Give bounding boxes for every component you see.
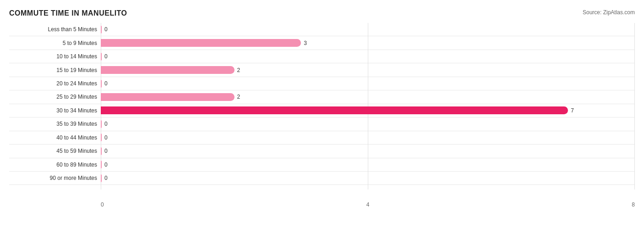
chart-source: Source: ZipAtlas.com [583, 9, 635, 16]
bar-label: 10 to 14 Minutes [9, 53, 101, 60]
bar-row: 10 to 14 Minutes0 [9, 50, 635, 63]
bar-value-label: 7 [571, 107, 574, 114]
bar-label: 60 to 89 Minutes [9, 162, 101, 168]
bar-row: 40 to 44 Minutes0 [9, 131, 635, 145]
axis-label: 4 [366, 201, 370, 208]
chart-body: Less than 5 Minutes05 to 9 Minutes310 to… [9, 23, 635, 208]
bar-row: Less than 5 Minutes0 [9, 23, 635, 36]
bar-fill [101, 174, 102, 182]
bar-track: 0 [101, 172, 635, 184]
bar-label: 25 to 29 Minutes [9, 94, 101, 100]
bar-track: 7 [101, 104, 635, 117]
bar-value-label: 0 [104, 134, 108, 141]
chart-title: COMMUTE TIME IN MANUELITO [9, 9, 127, 17]
bar-track: 0 [101, 23, 635, 36]
bar-label: 20 to 24 Minutes [9, 80, 101, 87]
bar-track: 0 [101, 77, 635, 90]
bar-fill [101, 106, 568, 114]
chart-header: COMMUTE TIME IN MANUELITO Source: ZipAtl… [9, 9, 635, 17]
bar-label: 40 to 44 Minutes [9, 134, 101, 141]
bar-track: 0 [101, 145, 635, 157]
bar-track: 3 [101, 36, 635, 49]
bar-value-label: 0 [104, 80, 108, 87]
bar-label: 45 to 59 Minutes [9, 148, 101, 154]
bar-track: 0 [101, 131, 635, 144]
bar-label: Less than 5 Minutes [9, 26, 101, 33]
bars-area: Less than 5 Minutes05 to 9 Minutes310 to… [9, 23, 635, 199]
bar-label: 90 or more Minutes [9, 175, 101, 181]
bar-label: 30 to 34 Minutes [9, 107, 101, 114]
bar-fill [101, 53, 102, 61]
bar-track: 2 [101, 90, 635, 103]
bar-fill [101, 39, 301, 47]
bar-fill [101, 66, 235, 74]
bar-fill [101, 26, 102, 33]
bar-value-label: 0 [104, 121, 108, 127]
bar-label: 35 to 39 Minutes [9, 121, 101, 127]
bar-label: 5 to 9 Minutes [9, 40, 101, 46]
bar-track: 0 [101, 158, 635, 171]
bar-row: 15 to 19 Minutes2 [9, 63, 635, 77]
bar-value-label: 0 [104, 175, 108, 181]
bar-label: 15 to 19 Minutes [9, 67, 101, 73]
bar-value-label: 0 [104, 26, 108, 33]
bar-fill [101, 161, 102, 168]
bar-row: 45 to 59 Minutes0 [9, 145, 635, 158]
x-axis-labels: 048 [101, 201, 635, 208]
bar-value-label: 0 [104, 148, 108, 154]
bar-row: 20 to 24 Minutes0 [9, 77, 635, 90]
bar-row: 25 to 29 Minutes2 [9, 90, 635, 104]
axis-label: 8 [632, 201, 635, 208]
bar-row: 35 to 39 Minutes0 [9, 117, 635, 131]
bar-value-label: 0 [104, 162, 108, 168]
bar-fill [101, 80, 102, 88]
bar-fill [101, 134, 102, 141]
bar-fill [101, 120, 102, 128]
bar-value-label: 2 [237, 67, 240, 73]
bar-value-label: 0 [104, 53, 108, 60]
bar-track: 0 [101, 50, 635, 63]
bar-track: 0 [101, 117, 635, 130]
bar-fill [101, 147, 102, 155]
bar-row: 90 or more Minutes0 [9, 172, 635, 185]
chart-container: COMMUTE TIME IN MANUELITO Source: ZipAtl… [0, 0, 644, 240]
bar-value-label: 2 [237, 94, 240, 100]
bar-fill [101, 93, 235, 101]
bar-track: 2 [101, 63, 635, 76]
bar-value-label: 3 [304, 40, 307, 46]
bar-row: 60 to 89 Minutes0 [9, 158, 635, 172]
bar-row: 5 to 9 Minutes3 [9, 36, 635, 50]
bar-row: 30 to 34 Minutes7 [9, 104, 635, 117]
axis-label: 0 [101, 201, 104, 208]
